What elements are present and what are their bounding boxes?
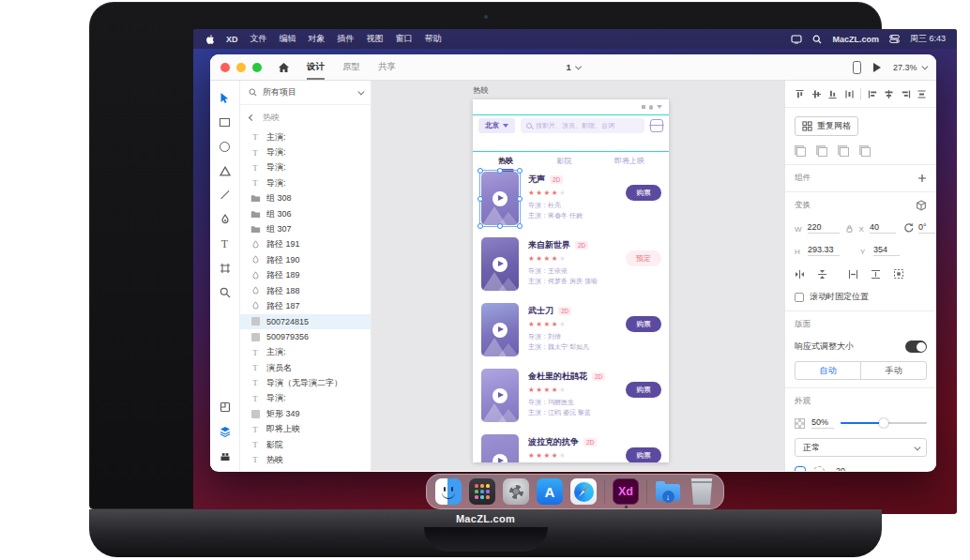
layer-row[interactable]: 导演: — [240, 144, 371, 159]
tab-design[interactable]: 设计 — [307, 54, 325, 80]
distribute-horizontal-icon[interactable] — [844, 89, 855, 99]
layer-row[interactable]: 导演（无导演二字） — [240, 375, 371, 390]
resize-manual-option[interactable]: 手动 — [860, 362, 926, 379]
align-hcenter-icon[interactable] — [884, 89, 894, 99]
rotation-input[interactable]: 0° — [918, 222, 935, 234]
zoom-window-button[interactable] — [252, 63, 262, 72]
close-window-button[interactable] — [220, 63, 230, 72]
responsive-resize-toggle[interactable] — [905, 341, 927, 353]
layer-row[interactable]: 组 306 — [240, 206, 371, 221]
pen-tool-icon[interactable] — [220, 214, 231, 225]
buy-ticket-button[interactable]: 购票 — [626, 185, 661, 201]
layer-row[interactable]: 矩形 349 — [240, 406, 371, 421]
lock-icon[interactable] — [845, 224, 854, 234]
layer-row[interactable]: 演员名 — [240, 360, 371, 375]
subtract-icon[interactable] — [816, 145, 827, 157]
screen-mirroring-icon[interactable] — [791, 35, 802, 44]
menu-item-edit[interactable]: 编辑 — [280, 33, 296, 45]
resize-bounds-icon[interactable] — [893, 268, 904, 280]
width-input[interactable]: 220 — [808, 222, 840, 234]
menu-item-view[interactable]: 视图 — [367, 33, 384, 45]
dock-app-store-icon[interactable]: A — [537, 478, 563, 505]
layer-row[interactable]: 组 307 — [240, 221, 371, 236]
slider-knob[interactable] — [879, 418, 888, 428]
device-preview-icon[interactable] — [853, 61, 861, 74]
exclude-icon[interactable] — [859, 145, 871, 157]
tab-share[interactable]: 共享 — [378, 54, 396, 80]
movie-card[interactable]: 波拉克的抗争2D 购票 — [473, 431, 669, 462]
layer-row[interactable]: 影院 — [240, 437, 371, 452]
menu-item-plugins[interactable]: 插件 — [338, 33, 355, 45]
repeat-grid-button[interactable]: 重复网格 — [795, 116, 858, 136]
checkbox-icon[interactable] — [795, 293, 804, 302]
play-preview-icon[interactable] — [873, 63, 881, 72]
layer-row[interactable]: 500979356 — [240, 329, 371, 344]
menu-clock[interactable]: 周三 6:43 — [910, 33, 946, 45]
align-top-icon[interactable] — [795, 89, 805, 99]
layer-row[interactable]: 热映 — [240, 452, 371, 467]
movie-poster[interactable] — [481, 369, 519, 422]
reserve-button[interactable]: 预定 — [626, 250, 661, 266]
menu-item-help[interactable]: 帮助 — [425, 33, 442, 45]
layer-row[interactable]: 即将上映 — [240, 421, 371, 436]
opacity-input[interactable]: 50% — [811, 417, 834, 429]
line-tool-icon[interactable] — [220, 189, 231, 201]
layer-row[interactable]: 导演: — [240, 160, 371, 175]
home-icon[interactable] — [278, 62, 290, 73]
layer-row[interactable]: 路径 189 — [240, 268, 371, 283]
space-vertical-icon[interactable] — [871, 269, 881, 280]
movie-card[interactable]: 来自新世界2D 导演：王依依主演：何梦香 房庆 蒲喻 预定 — [473, 235, 669, 300]
page-selector[interactable]: 1 — [567, 62, 581, 72]
layer-row[interactable]: 路径 191 — [240, 237, 371, 252]
city-picker[interactable]: 北京 — [478, 118, 515, 133]
layers-filter[interactable]: 所有项目 — [240, 81, 371, 105]
buy-ticket-button[interactable]: 购票 — [626, 382, 661, 398]
movie-poster[interactable] — [481, 434, 519, 462]
menu-item-window[interactable]: 窗口 — [396, 33, 413, 45]
selection-handles[interactable] — [479, 170, 521, 227]
menu-brand[interactable]: MacZL.com — [832, 35, 879, 44]
scan-icon[interactable] — [650, 119, 663, 132]
buy-ticket-button[interactable]: 购票 — [626, 316, 661, 332]
assets-panel-icon[interactable] — [220, 401, 231, 413]
dock-system-preferences-icon[interactable] — [503, 478, 529, 505]
layer-row[interactable]: 路径 187 — [240, 298, 371, 313]
intersect-icon[interactable] — [838, 145, 849, 157]
x-input[interactable]: 40 — [870, 222, 896, 234]
text-tool-icon[interactable] — [220, 238, 231, 250]
align-left-icon[interactable] — [868, 89, 878, 99]
add-component-icon[interactable] — [917, 174, 927, 183]
rotation-icon[interactable] — [903, 222, 915, 234]
dock-trash-icon[interactable] — [689, 478, 715, 505]
movie-poster[interactable] — [481, 303, 519, 356]
dock-finder-icon[interactable] — [435, 478, 462, 505]
movie-poster[interactable] — [481, 172, 519, 225]
layer-row[interactable]: 主演: — [240, 344, 371, 359]
layer-row[interactable]: 组 308 — [240, 191, 371, 206]
align-vcenter-icon[interactable] — [811, 89, 822, 99]
movie-card[interactable]: 武士刀2D 导演：刘倩主演：魏太宁 邹如凡 购票 — [473, 300, 669, 366]
zoom-tool-icon[interactable] — [220, 287, 231, 298]
resize-auto-option[interactable]: 自动 — [796, 362, 860, 379]
blend-mode-select[interactable]: 正常 — [795, 438, 927, 457]
movie-card[interactable]: 无声2D 导演：杜亮主演：蒋春冬 任娆 购票 — [473, 169, 669, 235]
plugins-panel-icon[interactable] — [220, 450, 231, 462]
back-icon[interactable] — [249, 114, 255, 120]
movie-poster[interactable] — [481, 237, 519, 291]
apple-logo-icon[interactable] — [205, 34, 214, 45]
layer-row[interactable]: 路径 188 — [240, 283, 371, 298]
menu-app-name[interactable]: XD — [226, 35, 238, 44]
layer-row[interactable]: 导演: — [240, 175, 371, 190]
menu-item-object[interactable]: 对象 — [309, 33, 326, 45]
artboard[interactable]: 北京 搜影片、演员、影院、台词 — [473, 99, 669, 462]
zoom-selector[interactable]: 27.3% — [893, 63, 926, 72]
layer-row[interactable]: 导演: — [240, 391, 371, 406]
height-input[interactable]: 293.33 — [808, 245, 840, 256]
movie-card[interactable]: 金杜里的杜鹃花2D 导演：玛丽医生主演：江鸥 姿沅 黎蓝 购票 — [473, 366, 669, 431]
flip-horizontal-icon[interactable] — [795, 269, 805, 280]
ellipse-tool-icon[interactable] — [220, 141, 231, 152]
distribute-vertical-icon[interactable] — [917, 89, 927, 99]
align-right-icon[interactable] — [901, 89, 911, 99]
opacity-slider[interactable] — [841, 422, 927, 424]
layer-row[interactable]: 主演: — [240, 129, 371, 144]
